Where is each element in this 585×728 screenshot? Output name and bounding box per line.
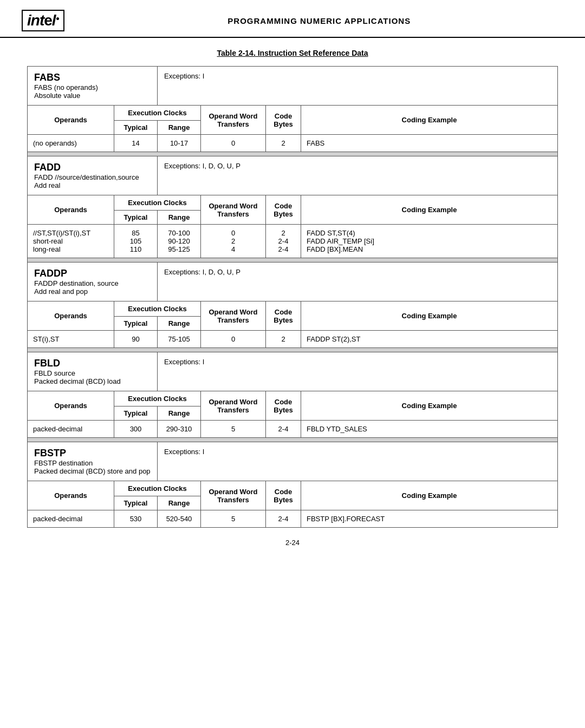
main-table: FABS FABS (no operands)Absolute value Ex… [27, 66, 558, 528]
fbstp-operands-label: Operands [28, 481, 114, 510]
page-header-title: PROGRAMMING NUMERIC APPLICATIONS [75, 16, 563, 25]
fbstp-range-value: 520-540 [158, 510, 201, 528]
faddp-typical-label: Typical [114, 317, 158, 331]
fabs-description: FABS (no operands)Absolute value [34, 83, 98, 100]
fabs-exec-clocks-label: Execution Clocks [114, 106, 201, 121]
fbstp-coding-example-value: FBSTP [BX].FORECAST [301, 510, 558, 528]
fbld-section-header: FBLD FBLD sourcePacked decimal (BCD) loa… [28, 352, 558, 391]
table-title: Table 2-14. Instruction Set Reference Da… [27, 49, 558, 57]
faddp-coding-example-value: FADDP ST(2),ST [301, 331, 558, 348]
faddp-operands-label: Operands [28, 301, 114, 331]
fabs-range-label: Range [158, 121, 201, 135]
fbstp-exceptions: Exceptions: I [164, 448, 204, 456]
page-header: intel PROGRAMMING NUMERIC APPLICATIONS [0, 0, 585, 38]
fbld-coding-example-label: Coding Example [301, 391, 558, 421]
fbld-name: FBLD [34, 358, 60, 369]
fadd-operand-word-label: Operand WordTransfers [201, 195, 266, 225]
fabs-transfers-value: 0 [201, 135, 266, 152]
fbld-transfers-value: 5 [201, 421, 266, 438]
fabs-coding-example-value: FABS [301, 135, 558, 152]
fadd-typical-value: 85105110 [114, 225, 158, 258]
faddp-col-header-row: Operands Execution Clocks Operand WordTr… [28, 301, 558, 317]
fbstp-range-label: Range [158, 496, 201, 510]
fbstp-description: FBSTP destinationPacked decimal (BCD) st… [34, 459, 151, 475]
fbstp-coding-example-label: Coding Example [301, 481, 558, 510]
fbstp-typical-value: 530 [114, 510, 158, 528]
separator-2 [28, 258, 558, 263]
fabs-range-value: 10-17 [158, 135, 201, 152]
fadd-range-value: 70-10090-12095-125 [158, 225, 201, 258]
fadd-transfers-value: 024 [201, 225, 266, 258]
fbstp-col-header-row: Operands Execution Clocks Operand WordTr… [28, 481, 558, 496]
fadd-coding-example-value: FADD ST,ST(4)FADD AIR_TEMP [Si]FADD [BX]… [301, 225, 558, 258]
fadd-section-header: FADD FADD //source/destination,sourceAdd… [28, 156, 558, 195]
faddp-codebytes-value: 2 [266, 331, 301, 348]
fadd-coding-example-label: Coding Example [301, 195, 558, 225]
fbld-exec-clocks-label: Execution Clocks [114, 391, 201, 406]
fadd-code-bytes-label: CodeBytes [266, 195, 301, 225]
fadd-exec-clocks-label: Execution Clocks [114, 195, 201, 211]
fadd-col-header-row: Operands Execution Clocks Operand WordTr… [28, 195, 558, 211]
fadd-operands-value: //ST,ST(i)/ST(i),STshort-reallong-real [28, 225, 114, 258]
fabs-coding-example-label: Coding Example [301, 106, 558, 135]
separator-3 [28, 348, 558, 352]
fabs-operands-value: (no operands) [28, 135, 114, 152]
fbstp-name: FBSTP [34, 448, 66, 458]
fadd-name: FADD [34, 162, 61, 173]
faddp-name: FADDP [34, 268, 67, 279]
fbld-typical-label: Typical [114, 406, 158, 421]
fbld-typical-value: 300 [114, 421, 158, 438]
separator-1 [28, 152, 558, 156]
faddp-exceptions: Exceptions: I, D, O, U, P [164, 268, 240, 276]
fbstp-section-header: FBSTP FBSTP destinationPacked decimal (B… [28, 442, 558, 481]
fabs-typical-label: Typical [114, 121, 158, 135]
fabs-name: FABS [34, 72, 60, 83]
fabs-code-bytes-label: CodeBytes [266, 106, 301, 135]
fadd-typical-label: Typical [114, 211, 158, 225]
fbstp-codebytes-value: 2-4 [266, 510, 301, 528]
intel-logo: intel [22, 10, 64, 31]
fbld-operands-label: Operands [28, 391, 114, 421]
fbld-exceptions: Exceptions: I [164, 358, 204, 366]
faddp-transfers-value: 0 [201, 331, 266, 348]
faddp-section-header: FADDP FADDP destination, sourceAdd real … [28, 263, 558, 301]
fbld-codebytes-value: 2-4 [266, 421, 301, 438]
fabs-col-header-row: Operands Execution Clocks Operand WordTr… [28, 106, 558, 121]
faddp-range-value: 75-105 [158, 331, 201, 348]
faddp-operand-word-label: Operand WordTransfers [201, 301, 266, 331]
fbstp-code-bytes-label: CodeBytes [266, 481, 301, 510]
fabs-section-header: FABS FABS (no operands)Absolute value Ex… [28, 67, 558, 106]
fbld-range-label: Range [158, 406, 201, 421]
fbld-operands-value: packed-decimal [28, 421, 114, 438]
fadd-range-label: Range [158, 211, 201, 225]
fabs-data-row: (no operands) 14 10-17 0 2 FABS [28, 135, 558, 152]
separator-4 [28, 438, 558, 442]
faddp-exec-clocks-label: Execution Clocks [114, 301, 201, 317]
fbstp-exec-clocks-label: Execution Clocks [114, 481, 201, 496]
fabs-operand-word-label: Operand WordTransfers [201, 106, 266, 135]
fbstp-typical-label: Typical [114, 496, 158, 510]
faddp-range-label: Range [158, 317, 201, 331]
page-number: 2-24 [27, 528, 558, 558]
fbld-description: FBLD sourcePacked decimal (BCD) load [34, 369, 121, 385]
fbstp-operand-word-label: Operand WordTransfers [201, 481, 266, 510]
fbstp-operands-value: packed-decimal [28, 510, 114, 528]
fadd-description: FADD //source/destination,sourceAdd real [34, 173, 139, 189]
faddp-description: FADDP destination, sourceAdd real and po… [34, 279, 119, 296]
fbld-col-header-row: Operands Execution Clocks Operand WordTr… [28, 391, 558, 406]
faddp-data-row: ST(i),ST 90 75-105 0 2 FADDP ST(2),ST [28, 331, 558, 348]
fbld-data-row: packed-decimal 300 290-310 5 2-4 FBLD YT… [28, 421, 558, 438]
faddp-coding-example-label: Coding Example [301, 301, 558, 331]
fabs-exceptions: Exceptions: I [164, 72, 204, 80]
fadd-exceptions: Exceptions: I, D, O, U, P [164, 162, 240, 170]
fadd-codebytes-value: 22-42-4 [266, 225, 301, 258]
fbstp-data-row: packed-decimal 530 520-540 5 2-4 FBSTP [… [28, 510, 558, 528]
faddp-typical-value: 90 [114, 331, 158, 348]
faddp-code-bytes-label: CodeBytes [266, 301, 301, 331]
fadd-operands-label: Operands [28, 195, 114, 225]
fbstp-transfers-value: 5 [201, 510, 266, 528]
fabs-operands-label: Operands [28, 106, 114, 135]
fbld-coding-example-value: FBLD YTD_SALES [301, 421, 558, 438]
fabs-codebytes-value: 2 [266, 135, 301, 152]
fbld-code-bytes-label: CodeBytes [266, 391, 301, 421]
